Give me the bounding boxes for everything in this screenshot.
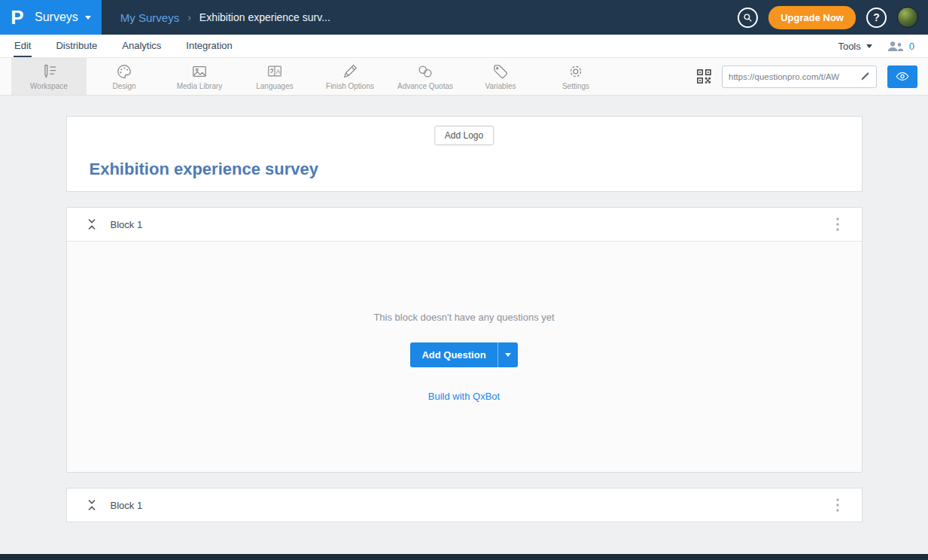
toolbar-item-label: Design bbox=[112, 82, 135, 90]
logo-letter: P bbox=[11, 6, 23, 29]
collaborators-count: 0 bbox=[909, 41, 914, 52]
finish-options-icon bbox=[342, 63, 358, 80]
design-palette-icon bbox=[116, 63, 132, 80]
tools-label: Tools bbox=[838, 41, 860, 52]
topbar-actions: Upgrade Now ? bbox=[738, 6, 928, 29]
toolbar-item-label: Languages bbox=[256, 82, 294, 90]
kebab-menu-icon bbox=[836, 218, 839, 231]
people-icon bbox=[887, 41, 904, 51]
toolbar-item-design[interactable]: Design bbox=[87, 58, 162, 95]
svg-text:A: A bbox=[276, 68, 281, 75]
collaborators-control[interactable]: 0 bbox=[887, 41, 914, 52]
breadcrumb-current-survey: Exhibition experience surv... bbox=[199, 11, 330, 23]
toolbar-item-languages[interactable]: A Languages bbox=[237, 58, 312, 95]
pencil-icon bbox=[860, 72, 870, 81]
toolbar-item-label: Advance Quotas bbox=[397, 82, 453, 90]
help-button[interactable]: ? bbox=[866, 8, 887, 28]
variables-tag-icon bbox=[492, 63, 509, 80]
add-question-split-button: Add Question bbox=[410, 342, 517, 367]
toolbar-right bbox=[697, 58, 928, 95]
survey-url-input[interactable] bbox=[729, 72, 856, 81]
toolbar-item-label: Workspace bbox=[30, 82, 68, 90]
search-button[interactable] bbox=[738, 8, 758, 28]
collapse-icon bbox=[87, 218, 97, 230]
toolbar-item-advance-quotas[interactable]: Advance Quotas bbox=[388, 58, 463, 95]
toolbar-items: Workspace Design Media Library A Languag… bbox=[11, 58, 613, 95]
workspace-icon bbox=[41, 63, 57, 80]
qr-code-icon bbox=[697, 69, 711, 84]
collapse-block-button[interactable] bbox=[87, 499, 97, 511]
languages-icon: A bbox=[266, 63, 283, 80]
breadcrumb-separator: › bbox=[187, 11, 191, 23]
tab-integration[interactable]: Integration bbox=[185, 35, 233, 57]
editor-toolbar: Workspace Design Media Library A Languag… bbox=[0, 58, 928, 96]
block-empty-message: This block doesn't have any questions ye… bbox=[373, 312, 554, 323]
qr-code-button[interactable] bbox=[697, 69, 711, 84]
app-menu-label: Surveys bbox=[35, 11, 78, 24]
block-name[interactable]: Block 1 bbox=[111, 500, 143, 511]
block-header: Block 1 bbox=[67, 488, 862, 522]
block-menu-button[interactable] bbox=[833, 495, 842, 515]
chevron-down-icon bbox=[505, 353, 511, 357]
add-question-button[interactable]: Add Question bbox=[410, 342, 497, 367]
survey-title[interactable]: Exhibition experience survey bbox=[90, 160, 318, 179]
toolbar-item-workspace[interactable]: Workspace bbox=[11, 58, 87, 95]
survey-workspace: Add Logo Exhibition experience survey Bl… bbox=[0, 96, 928, 560]
nav-right: Tools 0 bbox=[838, 35, 914, 57]
collapse-icon bbox=[87, 499, 97, 511]
block-menu-button[interactable] bbox=[833, 215, 842, 234]
add-logo-button[interactable]: Add Logo bbox=[434, 126, 494, 145]
eye-icon bbox=[896, 72, 909, 81]
tab-distribute[interactable]: Distribute bbox=[55, 35, 98, 57]
toolbar-item-label: Finish Options bbox=[326, 82, 374, 90]
survey-nav-bar: Edit Distribute Analytics Integration To… bbox=[0, 35, 928, 58]
tools-menu[interactable]: Tools bbox=[838, 41, 872, 52]
avatar[interactable] bbox=[897, 7, 918, 28]
media-library-icon bbox=[191, 63, 208, 80]
questionpro-logo[interactable]: P bbox=[0, 0, 35, 35]
toolbar-item-media-library[interactable]: Media Library bbox=[162, 58, 237, 95]
settings-gear-icon bbox=[567, 63, 584, 80]
toolbar-item-label: Settings bbox=[562, 82, 589, 90]
toolbar-item-label: Media Library bbox=[177, 82, 223, 90]
breadcrumb-my-surveys[interactable]: My Surveys bbox=[120, 11, 179, 24]
block-card: Block 1 This block doesn't have any ques… bbox=[66, 207, 863, 473]
add-question-dropdown-button[interactable] bbox=[497, 342, 518, 367]
toolbar-item-label: Variables bbox=[485, 82, 516, 90]
search-icon bbox=[743, 13, 753, 23]
toolbar-item-finish-options[interactable]: Finish Options bbox=[312, 58, 388, 95]
block-name[interactable]: Block 1 bbox=[111, 219, 143, 230]
chevron-down-icon bbox=[866, 44, 872, 48]
advance-quotas-icon bbox=[416, 63, 434, 80]
kebab-menu-icon bbox=[836, 498, 839, 512]
collapse-block-button[interactable] bbox=[87, 218, 97, 230]
breadcrumb: My Surveys › Exhibition experience surv.… bbox=[120, 11, 330, 24]
chevron-down-icon bbox=[85, 16, 91, 20]
topbar: P Surveys My Surveys › Exhibition experi… bbox=[0, 0, 928, 35]
block-body: This block doesn't have any questions ye… bbox=[67, 241, 862, 472]
tab-analytics[interactable]: Analytics bbox=[121, 35, 162, 57]
surveys-app-menu[interactable]: P Surveys bbox=[0, 0, 102, 35]
block-card-collapsed: Block 1 bbox=[66, 488, 863, 522]
bottom-edge-bar bbox=[0, 554, 928, 560]
toolbar-item-settings[interactable]: Settings bbox=[538, 58, 613, 95]
tab-edit[interactable]: Edit bbox=[14, 35, 32, 57]
edit-url-button[interactable] bbox=[856, 72, 870, 81]
block-header: Block 1 bbox=[67, 208, 862, 241]
survey-url-box bbox=[722, 65, 877, 88]
preview-survey-button[interactable] bbox=[887, 65, 917, 88]
survey-header-card: Add Logo Exhibition experience survey bbox=[66, 116, 863, 192]
build-with-qxbot-link[interactable]: Build with QxBot bbox=[428, 391, 500, 402]
upgrade-now-button[interactable]: Upgrade Now bbox=[768, 6, 856, 29]
toolbar-item-variables[interactable]: Variables bbox=[463, 58, 538, 95]
nav-tabs: Edit Distribute Analytics Integration bbox=[14, 35, 233, 57]
question-mark-icon: ? bbox=[873, 11, 880, 23]
